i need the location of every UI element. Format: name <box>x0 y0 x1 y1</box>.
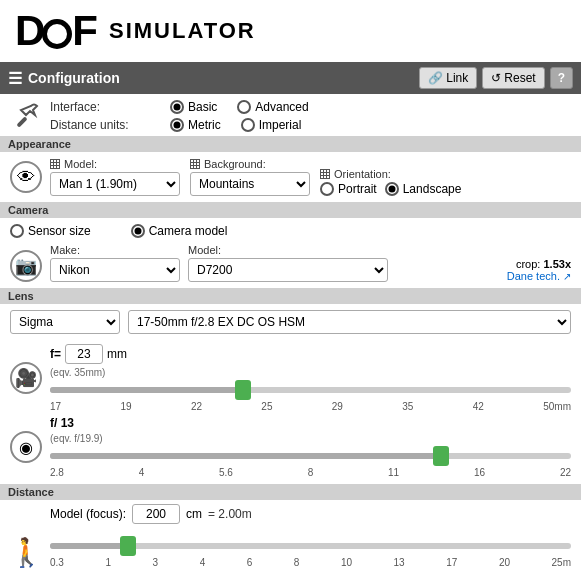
focal-unit: mm <box>107 347 127 361</box>
interface-basic-option[interactable]: Basic <box>170 100 217 114</box>
grid-icon-orient <box>320 169 330 179</box>
person-icon: 🚶 <box>10 528 42 576</box>
camera-model-field-label: Model: <box>188 244 388 256</box>
aperture-slider-wrapper <box>50 447 571 465</box>
logo-simulator: SIMULATOR <box>109 18 256 44</box>
distance-slider-row: 🚶 0.3 1 3 4 6 8 10 13 17 20 25m <box>0 526 581 578</box>
lens-model-select[interactable]: 17-50mm f/2.8 EX DC OS HSM <box>128 310 571 334</box>
distance-slider-wrapper <box>50 537 571 555</box>
camera-model-select[interactable]: D7200 D800 <box>188 258 388 282</box>
focal-row: 🎥 f= mm (eqv. 35mm) 17 19 22 25 29 35 42… <box>0 340 581 412</box>
interface-options: Interface: Basic Advanced Distance units… <box>50 98 571 134</box>
logo: DF <box>15 10 95 52</box>
focal-top: f= mm <box>50 344 571 364</box>
make-label: Make: <box>50 244 180 256</box>
help-button[interactable]: ? <box>550 67 573 89</box>
aperture-fill <box>50 453 441 459</box>
dane-link[interactable]: Dane tech. ↗ <box>507 270 571 282</box>
background-label: Background: <box>190 158 310 170</box>
aperture-icon: ◉ <box>10 431 42 463</box>
camera-model-radio[interactable] <box>131 224 145 238</box>
lens-make-select[interactable]: Sigma <box>10 310 120 334</box>
distance-ticks: 0.3 1 3 4 6 8 10 13 17 20 25m <box>50 557 571 568</box>
orientation-label: Orientation: <box>320 168 461 180</box>
model-select[interactable]: Man 1 (1.90m) <box>50 172 180 196</box>
camera-model-field: Model: D7200 D800 <box>188 244 388 282</box>
interface-icon <box>10 100 42 132</box>
sensor-size-radio[interactable] <box>10 224 24 238</box>
config-buttons: 🔗 Link ↺ Reset ? <box>419 67 573 89</box>
crop-info: crop: 1.53x Dane tech. ↗ <box>507 258 571 282</box>
reset-button[interactable]: ↺ Reset <box>482 67 544 89</box>
imperial-radio[interactable] <box>241 118 255 132</box>
interface-radio-group: Basic Advanced <box>170 100 309 114</box>
appearance-fields: Model: Man 1 (1.90m) Background: Mountai… <box>50 158 571 196</box>
orientation-field: Orientation: Portrait Landscape <box>320 168 461 196</box>
orientation-options: Portrait Landscape <box>320 182 461 196</box>
config-title: ☰ Configuration <box>8 69 120 88</box>
camera-section: Sensor size Camera model 📷 Make: Nikon C… <box>0 218 581 288</box>
focal-thumb[interactable] <box>235 380 251 400</box>
interface-row: Interface: Basic Advanced <box>50 98 571 116</box>
svg-rect-0 <box>16 116 27 127</box>
distance-radio-group: Metric Imperial <box>170 118 301 132</box>
distance-fill <box>50 543 128 549</box>
metric-option[interactable]: Metric <box>170 118 221 132</box>
camera-model-option[interactable]: Camera model <box>131 224 228 238</box>
logo-text: DF <box>15 10 95 52</box>
interface-basic-label: Basic <box>188 100 217 114</box>
settings-icon: ☰ <box>8 69 22 88</box>
model-field: Model: Man 1 (1.90m) <box>50 158 180 196</box>
aperture-equiv: (eqv. f/19.9) <box>50 433 571 444</box>
portrait-radio[interactable] <box>320 182 334 196</box>
lens-section-label: Lens <box>0 288 581 304</box>
distance-input-row: Model (focus): cm = 2.00m <box>50 504 252 524</box>
interface-advanced-option[interactable]: Advanced <box>237 100 308 114</box>
portrait-label: Portrait <box>338 182 377 196</box>
config-bar: ☰ Configuration 🔗 Link ↺ Reset ? <box>0 62 581 94</box>
distance-value-input[interactable] <box>132 504 180 524</box>
model-focus-label: Model (focus): <box>50 507 126 521</box>
imperial-option[interactable]: Imperial <box>241 118 302 132</box>
landscape-option[interactable]: Landscape <box>385 182 462 196</box>
aperture-top: f/ 13 <box>50 416 571 430</box>
interface-advanced-radio[interactable] <box>237 100 251 114</box>
distance-units-row: Distance units: Metric Imperial <box>50 116 571 134</box>
metric-radio[interactable] <box>170 118 184 132</box>
background-select[interactable]: Mountains <box>190 172 310 196</box>
make-select[interactable]: Nikon Canon Sony <box>50 258 180 282</box>
video-icon: 🎥 <box>10 362 42 394</box>
lens-section: Sigma 17-50mm f/2.8 EX DC OS HSM <box>0 304 581 340</box>
interface-basic-radio[interactable] <box>170 100 184 114</box>
link-icon: 🔗 <box>428 71 443 85</box>
interface-section: Interface: Basic Advanced Distance units… <box>0 94 581 136</box>
camera-top-row: Sensor size Camera model <box>0 218 581 242</box>
portrait-option[interactable]: Portrait <box>320 182 377 196</box>
focal-content: f= mm (eqv. 35mm) 17 19 22 25 29 35 42 5… <box>50 344 571 412</box>
appearance-section-label: Appearance <box>0 136 581 152</box>
focal-slider-wrapper <box>50 381 571 399</box>
distance-slider-content: 0.3 1 3 4 6 8 10 13 17 20 25m <box>50 537 571 568</box>
camera-row: 📷 Make: Nikon Canon Sony Model: D7200 D8… <box>0 242 581 288</box>
focal-value-input[interactable] <box>65 344 103 364</box>
focal-label: f= <box>50 347 61 361</box>
camera-section-label: Camera <box>0 202 581 218</box>
eye-icon: 👁 <box>10 161 42 193</box>
grid-icon-model <box>50 159 60 169</box>
header: DF SIMULATOR <box>0 0 581 62</box>
focal-equiv: (eqv. 35mm) <box>50 367 571 378</box>
aperture-thumb[interactable] <box>433 446 449 466</box>
grid-icon-bg <box>190 159 200 169</box>
link-button[interactable]: 🔗 Link <box>419 67 477 89</box>
camera-icon: 📷 <box>10 250 42 282</box>
wrench-icon <box>13 103 39 129</box>
crop-label: crop: <box>516 258 540 270</box>
distance-thumb[interactable] <box>120 536 136 556</box>
aperture-label: f/ 13 <box>50 416 74 430</box>
focal-ticks: 17 19 22 25 29 35 42 50mm <box>50 401 571 412</box>
appearance-section: 👁 Model: Man 1 (1.90m) Background: Mount… <box>0 152 581 202</box>
interface-label: Interface: <box>50 100 160 114</box>
landscape-radio[interactable] <box>385 182 399 196</box>
sensor-size-option[interactable]: Sensor size <box>10 224 91 238</box>
distance-section-label: Distance <box>0 484 581 500</box>
